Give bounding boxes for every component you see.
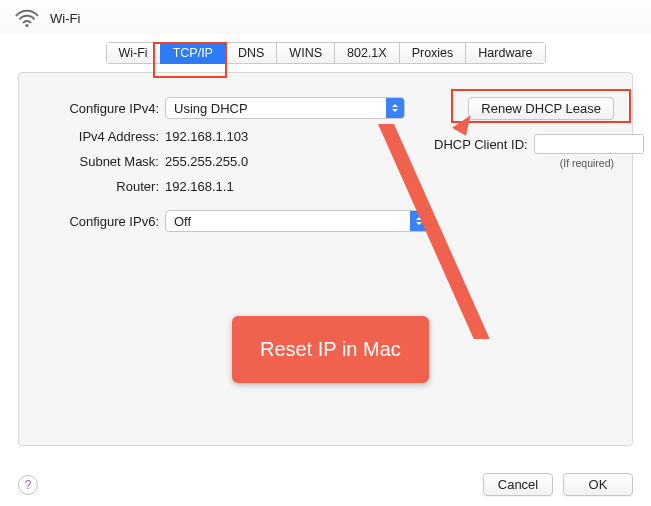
- subnet-mask-label: Subnet Mask:: [37, 154, 165, 169]
- help-button[interactable]: ?: [18, 475, 38, 495]
- chevron-updown-icon: [386, 98, 404, 118]
- tab-hardware[interactable]: Hardware: [465, 42, 545, 64]
- window-header: Wi-Fi: [0, 0, 651, 34]
- ok-button[interactable]: OK: [563, 473, 633, 496]
- wifi-icon: [14, 8, 40, 28]
- tab-tcpip[interactable]: TCP/IP: [160, 42, 225, 64]
- router-label: Router:: [37, 179, 165, 194]
- dhcp-client-id-input[interactable]: [534, 134, 644, 154]
- if-required-note: (If required): [434, 157, 614, 169]
- dhcp-client-id-label: DHCP Client ID:: [434, 137, 528, 152]
- configure-ipv4-select[interactable]: Using DHCP: [165, 97, 405, 119]
- settings-panel: Configure IPv4: Using DHCP IPv4 Address:…: [18, 72, 633, 446]
- footer: ? Cancel OK: [0, 473, 651, 496]
- router-value: 192.168.1.1: [165, 179, 234, 194]
- configure-ipv6-label: Configure IPv6:: [37, 214, 165, 229]
- configure-ipv4-label: Configure IPv4:: [37, 101, 165, 116]
- annotation-balloon: Reset IP in Mac: [232, 316, 429, 383]
- svg-point-0: [25, 24, 28, 27]
- page-title: Wi-Fi: [50, 11, 80, 26]
- tab-proxies[interactable]: Proxies: [399, 42, 466, 64]
- ipv4-address-value: 192.168.1.103: [165, 129, 248, 144]
- ipv4-address-label: IPv4 Address:: [37, 129, 165, 144]
- tab-wifi[interactable]: Wi-Fi: [106, 42, 160, 64]
- subnet-mask-value: 255.255.255.0: [165, 154, 248, 169]
- configure-ipv6-select[interactable]: Off: [165, 210, 429, 232]
- configure-ipv6-value: Off: [166, 214, 410, 229]
- tab-dns[interactable]: DNS: [225, 42, 276, 64]
- configure-ipv4-value: Using DHCP: [166, 101, 386, 116]
- annotation-balloon-text: Reset IP in Mac: [260, 338, 401, 360]
- tab-8021x[interactable]: 802.1X: [334, 42, 399, 64]
- cancel-button[interactable]: Cancel: [483, 473, 553, 496]
- renew-dhcp-lease-button[interactable]: Renew DHCP Lease: [468, 97, 614, 120]
- tab-bar: Wi-Fi TCP/IP DNS WINS 802.1X Proxies Har…: [0, 42, 651, 64]
- tab-wins[interactable]: WINS: [276, 42, 334, 64]
